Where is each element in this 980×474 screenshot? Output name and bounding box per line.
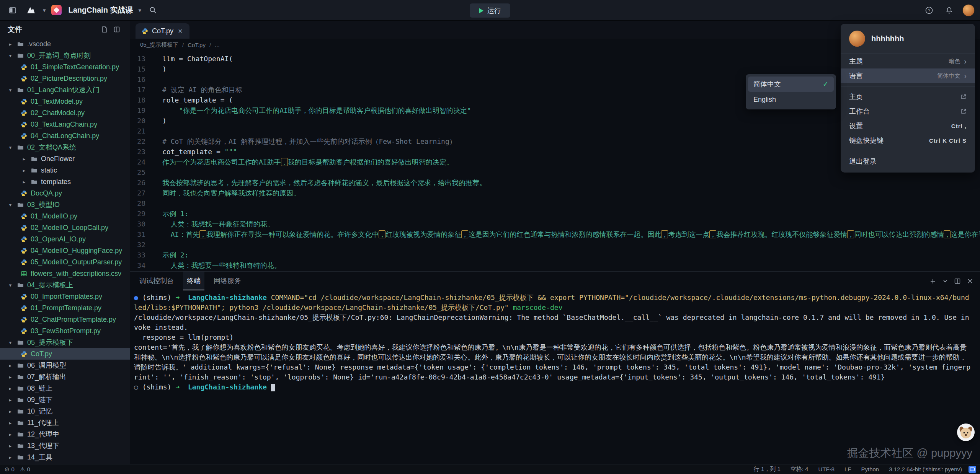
remote-indicator-icon[interactable]: [969, 466, 976, 473]
tree-file-24[interactable]: 02_ChatPromptTemplate.py: [0, 314, 130, 325]
tree-file-27[interactable]: CoT.py: [0, 348, 130, 360]
code-text: cot_template = """: [152, 147, 237, 157]
tree-folder-0[interactable]: ▸.vscode: [0, 38, 130, 50]
panel-tab-0[interactable]: 调试控制台: [139, 272, 174, 290]
tree-folder-35[interactable]: ▸13_代理下: [0, 440, 130, 451]
ide-logo-icon[interactable]: [24, 4, 38, 17]
tree-file-20[interactable]: flowers_with_descriptions.csv: [0, 268, 130, 279]
code-text: 人类：我想找一种象征爱情的花。: [152, 219, 274, 229]
new-terminal-plus-icon[interactable]: [929, 278, 936, 285]
status-item-2[interactable]: UTF-8: [813, 466, 840, 472]
tree-file-13[interactable]: DocQA.py: [0, 187, 130, 199]
project-chevron-down-icon[interactable]: ▾: [138, 7, 141, 13]
tree-file-22[interactable]: 00_ImportTemplates.py: [0, 291, 130, 302]
tree-folder-21[interactable]: ▾04_提示模板上: [0, 279, 130, 291]
panel-tab-2[interactable]: 网络服务: [214, 272, 241, 290]
tree-file-2[interactable]: 01_SimpleTextGeneration.py: [0, 61, 130, 73]
status-item-5[interactable]: 3.12.2 64-bit ('shims': pyenv): [884, 466, 967, 472]
chevron-right-icon: ▸: [7, 409, 14, 414]
tree-item-label: 01_ModelIO.py: [31, 212, 77, 220]
code-line-28[interactable]: 28: [130, 198, 980, 208]
tree-file-16[interactable]: 02_ModelIO_LoopCall.py: [0, 222, 130, 233]
split-terminal-icon[interactable]: [954, 278, 961, 285]
help-icon[interactable]: ?: [923, 4, 936, 17]
breadcrumb-item-2[interactable]: ...: [215, 42, 220, 48]
status-item-4[interactable]: Python: [856, 466, 884, 472]
code-line-26[interactable]: 26我会按部就班的思考，先理解客户的需求，然后考虑各种鲜花的涵义，最后根据这个需…: [130, 178, 980, 188]
terminal-output[interactable]: ● (shims) ➜ LangChain-shizhanke COMMAND=…: [130, 290, 980, 464]
bottom-panel: 调试控制台终端网络服务 ● (shims) ➜ Lang: [130, 271, 980, 464]
tree-folder-26[interactable]: ▾05_提示模板下: [0, 337, 130, 348]
tree-file-23[interactable]: 01_PromptTemplate.py: [0, 302, 130, 314]
tree-file-6[interactable]: 02_ChatModel.py: [0, 107, 130, 119]
code-line-27[interactable]: 27同时，我也会向客户解释我这样推荐的原因。: [130, 188, 980, 198]
tree-folder-32[interactable]: ▸10_记忆: [0, 406, 130, 417]
project-badge-icon[interactable]: [51, 5, 62, 15]
toggle-sidebar-icon[interactable]: [6, 4, 19, 17]
language-option-0[interactable]: 简体中文✓: [748, 77, 834, 92]
assistant-floating-button[interactable]: [957, 424, 975, 441]
tree-file-19[interactable]: 05_ModelIO_OutputParser.py: [0, 256, 130, 268]
menu-item-3[interactable]: 主页: [841, 90, 975, 104]
tree-folder-31[interactable]: ▸09_链下: [0, 394, 130, 406]
tree-file-15[interactable]: 01_ModelIO.py: [0, 210, 130, 222]
tree-folder-4[interactable]: ▾01_LangChain快速入门: [0, 84, 130, 96]
code-line-31[interactable]: 31 AI：首先，我理解你正在寻找一种可以象征爱情的花。在许多文化中，红玫瑰被视…: [130, 229, 980, 239]
tree-folder-11[interactable]: ▸static: [0, 165, 130, 176]
errors-status[interactable]: ⊘ 0: [5, 466, 15, 473]
menu-item-1[interactable]: 语言简体中文›: [841, 68, 975, 83]
tree-file-25[interactable]: 03_FewShotPrompt.py: [0, 325, 130, 337]
language-option-1[interactable]: English: [748, 92, 834, 107]
close-panel-icon[interactable]: [967, 278, 973, 284]
tree-file-8[interactable]: 04_ChatLongChain.py: [0, 130, 130, 142]
tree-folder-12[interactable]: ▸templates: [0, 176, 130, 187]
tree-folder-28[interactable]: ▸06_调用模型: [0, 360, 130, 371]
code-line-34[interactable]: 34 人类：我想要一些独特和奇特的花。: [130, 260, 980, 270]
tree-file-5[interactable]: 01_TextModel.py: [0, 96, 130, 107]
code-line-29[interactable]: 29示例 1:: [130, 208, 980, 219]
code-line-33[interactable]: 33示例 2:: [130, 250, 980, 260]
chevron-down-icon: ▾: [7, 53, 14, 59]
tree-folder-30[interactable]: ▸08_链上: [0, 383, 130, 394]
menu-item-0[interactable]: 主题暗色›: [841, 54, 975, 68]
menu-item-4[interactable]: 工作台: [841, 104, 975, 119]
menu-item-6[interactable]: 键盘快捷键Ctrl K Ctrl S: [841, 133, 975, 148]
breadcrumb-item-1[interactable]: CoT.py: [188, 42, 206, 48]
user-avatar[interactable]: [962, 4, 975, 16]
tree-file-18[interactable]: 04_ModelIO_HuggingFace.py: [0, 245, 130, 256]
run-button[interactable]: 运行: [470, 3, 510, 18]
tree-file-7[interactable]: 03_TextLangChain.py: [0, 119, 130, 130]
terminal-dropdown-chevron-icon[interactable]: [942, 279, 948, 284]
code-line-30[interactable]: 30 人类：我想找一种象征爱情的花。: [130, 219, 980, 229]
status-item-0[interactable]: 行 1，列 1: [749, 466, 786, 473]
tree-item-label: 05_ModelIO_OutputParser.py: [31, 258, 122, 266]
warnings-status[interactable]: ⚠ 0: [20, 466, 30, 473]
menu-item-5[interactable]: 设置Ctrl ,: [841, 119, 975, 133]
tree-file-3[interactable]: 02_PictureDescription.py: [0, 73, 130, 84]
project-title[interactable]: LangChain 实战课: [69, 5, 133, 15]
close-tab-icon[interactable]: ×: [177, 27, 183, 35]
status-item-3[interactable]: LF: [840, 466, 856, 472]
tree-folder-36[interactable]: ▸14_工具: [0, 451, 130, 463]
tree-folder-33[interactable]: ▸11_代理上: [0, 417, 130, 428]
search-icon[interactable]: [147, 4, 160, 17]
tree-folder-1[interactable]: ▾00_开篇词_奇点时刻: [0, 50, 130, 61]
tree-folder-9[interactable]: ▾02_文档QA系统: [0, 142, 130, 153]
assistant-dog-icon: [957, 424, 975, 441]
breadcrumb-item-0[interactable]: 05_提示模板下: [140, 41, 178, 49]
tree-folder-10[interactable]: ▸OneFlower: [0, 153, 130, 165]
menu-item-8[interactable]: 退出登录: [841, 154, 975, 169]
new-file-icon[interactable]: [101, 26, 108, 33]
tree-folder-14[interactable]: ▾03_模型IO: [0, 199, 130, 210]
tree-file-17[interactable]: 03_OpenAI_IO.py: [0, 233, 130, 245]
code-line-32[interactable]: 32: [130, 239, 980, 250]
tree-folder-29[interactable]: ▸07_解析输出: [0, 371, 130, 383]
panel-tab-1[interactable]: 终端: [183, 272, 204, 290]
collapse-explorer-icon[interactable]: [113, 26, 120, 33]
status-item-1[interactable]: 空格: 4: [786, 466, 813, 473]
tree-folder-34[interactable]: ▸12_代理中: [0, 428, 130, 440]
folder-icon: [17, 41, 24, 47]
notifications-bell-icon[interactable]: [942, 4, 956, 17]
tab-cot-py[interactable]: CoT.py ×: [136, 23, 189, 39]
logo-chevron-down-icon[interactable]: ▾: [43, 7, 46, 13]
